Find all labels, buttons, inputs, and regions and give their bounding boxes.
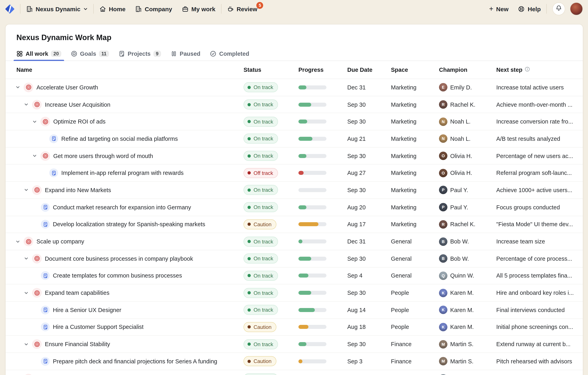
tab-completed[interactable]: Completed (210, 47, 249, 61)
status-badge[interactable]: On track (243, 339, 278, 349)
goal-target-icon (32, 254, 42, 263)
expand-chevron-icon[interactable] (24, 188, 32, 192)
expand-chevron-icon[interactable] (24, 256, 32, 261)
column-header-space[interactable]: Space (391, 66, 439, 73)
topbar-divider (93, 4, 94, 14)
status-badge[interactable]: Caution (243, 219, 276, 229)
next-step-text: All 5 process templates fina... (496, 273, 577, 279)
tab-paused[interactable]: Paused (170, 47, 200, 61)
due-date: Sep 30 (347, 341, 391, 347)
status-badge[interactable]: On track (243, 271, 278, 281)
help-button[interactable]: Help (518, 5, 541, 12)
status-badge[interactable]: On track (243, 185, 278, 195)
column-header-status[interactable]: Status (243, 66, 298, 73)
column-header-next-step[interactable]: Next step (496, 66, 577, 73)
info-icon[interactable] (525, 66, 530, 73)
user-avatar[interactable] (570, 2, 583, 15)
column-header-name[interactable]: Name (11, 66, 243, 73)
row-status-cell: On track (243, 236, 298, 246)
progress-bar-fill (298, 154, 306, 158)
table-row[interactable]: Prepare pitch deck and financial project… (6, 353, 583, 370)
notifications-button[interactable] (552, 2, 565, 15)
expand-chevron-icon[interactable] (24, 291, 32, 295)
tab-goals[interactable]: Goals 11 (71, 47, 109, 61)
org-switcher[interactable]: Nexus Dynamic (26, 5, 87, 12)
row-progress-cell (298, 359, 347, 363)
table-row[interactable]: Conduct market research for expansion in… (6, 199, 583, 216)
status-badge[interactable]: On track (243, 305, 278, 315)
column-header-progress[interactable]: Progress (298, 66, 347, 73)
champion-avatar: N (439, 117, 447, 126)
status-badge[interactable]: Off track (243, 168, 278, 178)
due-date: Aug 27 (347, 170, 391, 176)
status-dot (248, 188, 251, 192)
next-step-header-label: Next step (496, 66, 523, 73)
row-champion-cell: N Noah L. (439, 117, 496, 126)
expand-chevron-icon[interactable] (32, 154, 41, 158)
champion-avatar: K (439, 323, 447, 331)
row-progress-cell (298, 342, 347, 346)
table-row[interactable]: Document core business processes in comp… (6, 250, 583, 267)
expand-chevron-icon[interactable] (24, 342, 32, 346)
app-logo-icon[interactable] (5, 4, 14, 13)
space-label: General (391, 238, 439, 245)
status-badge[interactable]: On track (243, 99, 278, 110)
table-row[interactable]: Scale up company On track Dec 31 General… (6, 233, 583, 250)
nav-item-company[interactable]: Company (135, 5, 172, 12)
table-row[interactable]: Expand into New Markets On track Sep 30 … (6, 182, 583, 199)
table-row[interactable]: Get more users through word of mouth On … (6, 148, 583, 165)
status-badge[interactable]: On track (243, 254, 278, 264)
row-champion-cell: F Frank M. (439, 374, 496, 375)
table-row[interactable]: Increase User Acquisition On track Sep 3… (6, 96, 583, 113)
table-row[interactable]: Create templates for common business pro… (6, 267, 583, 284)
status-badge[interactable]: On track (243, 236, 278, 246)
progress-bar-fill (298, 342, 306, 346)
table-row[interactable]: Refine ad targeting on social media plat… (6, 130, 583, 147)
champion-avatar: K (439, 306, 447, 314)
status-dot (248, 291, 251, 294)
row-name-cell: Prepare pitch deck and financial project… (11, 357, 243, 366)
expand-chevron-icon[interactable] (16, 239, 24, 244)
table-row[interactable]: Expand team capabilities On track Sep 30… (6, 285, 583, 302)
expand-chevron-icon[interactable] (32, 119, 41, 124)
nav-item-review[interactable]: Review 5 (227, 5, 257, 12)
tab-all-work[interactable]: All work 20 (16, 47, 61, 61)
status-label: Off track (253, 170, 273, 176)
status-dot (248, 309, 251, 312)
status-badge[interactable]: On track (243, 134, 278, 144)
status-badge[interactable]: On track (243, 82, 278, 92)
column-header-champion[interactable]: Champion (439, 66, 496, 73)
status-badge[interactable]: On track (243, 202, 278, 212)
due-date: Sep 30 (347, 153, 391, 159)
row-progress-cell (298, 154, 347, 158)
tab-projects[interactable]: Projects 9 (119, 47, 161, 61)
row-status-cell: On track (243, 288, 298, 298)
expand-chevron-icon[interactable] (16, 85, 24, 90)
status-dot (248, 154, 251, 157)
table-row[interactable]: Ensure Financial Stability On track Sep … (6, 336, 583, 353)
table-row[interactable]: Hire a Customer Support Specialist Cauti… (6, 319, 583, 336)
status-badge[interactable]: Caution (243, 322, 276, 332)
table-row[interactable]: Hire a Senior UX Designer On track Aug 1… (6, 302, 583, 319)
table-row[interactable]: Implement in-app referral program with r… (6, 165, 583, 182)
status-badge[interactable]: On track (243, 117, 278, 127)
status-badge[interactable]: On track (243, 151, 278, 161)
table-row[interactable]: Develop localization strategy for Spanis… (6, 216, 583, 233)
space-label: Marketing (391, 170, 439, 176)
status-badge[interactable]: Caution (243, 356, 276, 366)
status-label: On track (253, 290, 273, 296)
table-row[interactable]: Optimize ROI of ads On track Sep 30 Mark… (6, 113, 583, 130)
new-button[interactable]: + New (489, 5, 508, 12)
status-badge[interactable]: On track (243, 373, 278, 375)
nav-item-my-work[interactable]: My work (182, 5, 215, 12)
expand-chevron-icon[interactable] (24, 102, 32, 107)
row-status-cell: On track (243, 271, 298, 281)
table-row[interactable]: Accelerate User Growth On track Dec 31 M… (6, 79, 583, 96)
nav-item-home[interactable]: Home (99, 5, 125, 12)
goal-target-icon (24, 237, 33, 246)
status-badge[interactable]: On track (243, 288, 278, 298)
table-row[interactable]: Improve Product On track Sep 30 Product … (6, 370, 583, 375)
champion-name: Emily D. (450, 84, 472, 91)
column-header-due-date[interactable]: Due Date (347, 66, 391, 73)
item-name: Refine ad targeting on social media plat… (61, 136, 178, 142)
